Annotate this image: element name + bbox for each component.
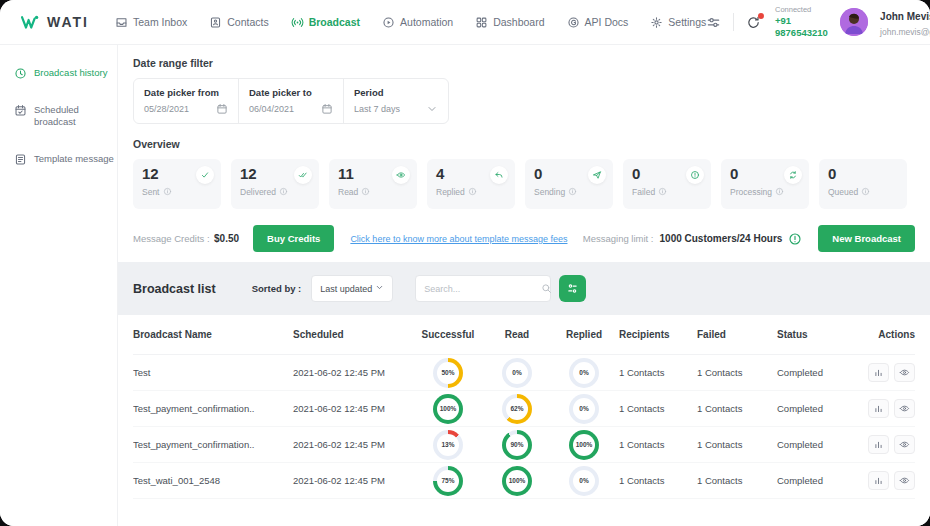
stat-label: Sent <box>142 187 160 197</box>
column-header-scheduled: Scheduled <box>293 329 411 340</box>
nav-item-label: Automation <box>400 16 453 28</box>
nav-item-label: Broadcast <box>309 16 360 28</box>
history-icon <box>14 67 27 80</box>
template-fees-link[interactable]: Click here to know more about template m… <box>350 234 567 244</box>
view-button[interactable] <box>894 471 915 490</box>
progress-ring: 100% <box>569 430 599 460</box>
sort-dropdown-value: Last updated <box>320 284 372 294</box>
calendar-icon <box>216 103 228 115</box>
team-inbox-icon <box>115 16 128 29</box>
search-input[interactable] <box>424 284 541 294</box>
tune-icon[interactable] <box>706 15 721 30</box>
connection-status: Connected +91 9876543210 <box>775 5 828 39</box>
stats-button[interactable] <box>868 435 889 454</box>
stats-button[interactable] <box>868 399 889 418</box>
nav-item-settings[interactable]: Settings <box>650 16 706 29</box>
overview-title: Overview <box>133 138 915 150</box>
progress-ring: 100% <box>502 466 532 496</box>
settings-icon <box>650 16 663 29</box>
nav-item-api-docs[interactable]: API Docs <box>567 16 629 29</box>
sidebar-item-broadcast-history[interactable]: Broadcast history <box>14 67 117 80</box>
sidebar-item-scheduled-broadcast[interactable]: Scheduled broadcast <box>14 104 117 129</box>
notification-dot <box>758 13 764 19</box>
nav-item-broadcast[interactable]: Broadcast <box>291 16 360 29</box>
recipients-count: 1 Contacts <box>619 367 697 378</box>
stat-card-queued: 0 Queued <box>819 159 907 209</box>
processing-icon <box>788 170 798 180</box>
scheduled-time: 2021-06-02 12:45 PM <box>293 439 411 450</box>
credits-row: Message Credits : $0.50 Buy Credits Clic… <box>133 225 915 252</box>
message-credits-value: $0.50 <box>214 233 239 244</box>
stat-corner-icon <box>686 166 704 184</box>
wati-logo[interactable]: WATI <box>20 14 89 30</box>
filter-field-date-picker-to[interactable]: Date picker to 06/04/2021 <box>239 79 344 123</box>
info-icon[interactable] <box>861 187 870 196</box>
stat-label: Failed <box>632 187 655 197</box>
main-nav: Team InboxContactsBroadcastAutomationDas… <box>115 16 706 29</box>
broadcast-name: Test_wati_001_2548 <box>133 475 293 486</box>
refresh-icon[interactable] <box>746 15 761 30</box>
eye-icon <box>396 170 406 180</box>
stat-corner-icon <box>490 166 508 184</box>
double-check-icon <box>298 170 308 180</box>
column-header-status: Status <box>777 329 859 340</box>
stat-card-replied: 4 Replied <box>427 159 515 209</box>
table-row: Test_payment_confirmation.. 2021-06-02 1… <box>133 427 915 463</box>
navbar-right: Connected +91 9876543210 John Mevis john… <box>706 5 930 39</box>
info-icon[interactable] <box>361 187 370 196</box>
nav-item-team-inbox[interactable]: Team Inbox <box>115 16 187 29</box>
buy-credits-button[interactable]: Buy Credits <box>253 225 334 252</box>
info-icon[interactable] <box>775 187 784 196</box>
status-text: Completed <box>777 403 859 414</box>
info-icon[interactable] <box>568 187 577 196</box>
alert-icon[interactable] <box>788 232 802 246</box>
column-header-failed: Failed <box>697 329 777 340</box>
info-icon[interactable] <box>163 187 172 196</box>
nav-item-automation[interactable]: Automation <box>382 16 453 29</box>
scheduled-time: 2021-06-02 12:45 PM <box>293 475 411 486</box>
sidebar-item-label: Scheduled broadcast <box>34 104 117 129</box>
api-docs-icon <box>567 16 580 29</box>
info-icon[interactable] <box>468 187 477 196</box>
broadcast-name: Test_payment_confirmation.. <box>133 403 293 414</box>
scheduled-time: 2021-06-02 12:45 PM <box>293 367 411 378</box>
view-button[interactable] <box>894 399 915 418</box>
view-button[interactable] <box>894 363 915 382</box>
nav-item-dashboard[interactable]: Dashboard <box>475 16 544 29</box>
bar-chart-icon <box>873 475 884 486</box>
info-icon <box>163 187 172 196</box>
user-menu[interactable]: John Mevis john.mevis@gmail.com <box>880 5 930 38</box>
messaging-limit-value: 1000 Customers/24 Hours <box>660 233 783 244</box>
list-filter-button[interactable] <box>559 275 586 302</box>
avatar[interactable] <box>840 8 868 36</box>
main-content: Date range filter Date picker from 05/28… <box>118 45 930 526</box>
search-icon <box>541 283 552 294</box>
nav-item-label: Team Inbox <box>133 16 187 28</box>
stat-label: Queued <box>828 187 858 197</box>
eye-action-icon <box>899 475 910 486</box>
progress-ring: 62% <box>502 394 532 424</box>
sidebar-item-label: Template message <box>34 153 114 165</box>
failed-icon <box>690 170 700 180</box>
info-icon <box>861 187 870 196</box>
filter-field-value: 06/04/2021 <box>249 104 294 114</box>
filter-field-period[interactable]: Period Last 7 days <box>344 79 448 123</box>
stat-corner-icon <box>196 166 214 184</box>
nav-item-contacts[interactable]: Contacts <box>209 16 268 29</box>
dashboard-icon <box>475 16 488 29</box>
broadcast-name: Test_payment_confirmation.. <box>133 439 293 450</box>
sort-dropdown[interactable]: Last updated <box>311 275 393 302</box>
sorted-by-label: Sorted by : <box>252 283 302 294</box>
new-broadcast-button[interactable]: New Broadcast <box>818 225 915 252</box>
stats-button[interactable] <box>868 363 889 382</box>
sidebar-item-template-message[interactable]: Template message <box>14 153 117 166</box>
stat-card-processing: 0 Processing <box>721 159 809 209</box>
info-icon[interactable] <box>279 187 288 196</box>
filter-field-date-picker-from[interactable]: Date picker from 05/28/2021 <box>134 79 239 123</box>
sidebar-item-label: Broadcast history <box>34 67 107 79</box>
view-button[interactable] <box>894 435 915 454</box>
stats-button[interactable] <box>868 471 889 490</box>
info-icon[interactable] <box>658 187 667 196</box>
broadcast-icon <box>291 16 304 29</box>
connected-phone: +91 9876543210 <box>775 15 828 40</box>
